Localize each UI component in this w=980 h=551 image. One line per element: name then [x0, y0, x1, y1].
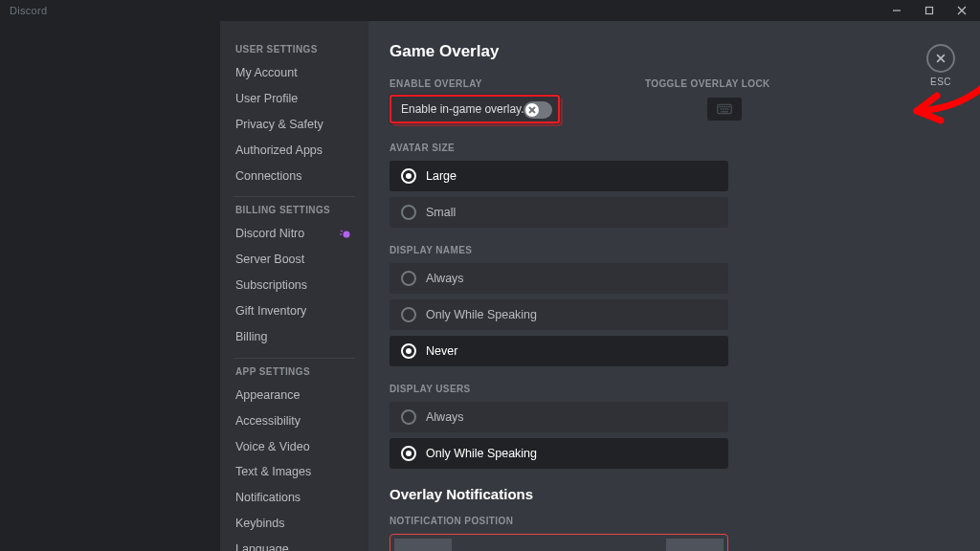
sidebar-item-text-images[interactable]: Text & Images	[230, 459, 359, 485]
toggle-knob	[525, 103, 539, 117]
sidebar-item-label: Notifications	[235, 490, 301, 506]
sidebar-item-my-account[interactable]: My Account	[230, 60, 359, 86]
svg-point-4	[344, 231, 350, 237]
display-users-option[interactable]: Only While Speaking	[390, 438, 728, 469]
notification-position-label: NOTIFICATION POSITION	[390, 516, 959, 526]
sidebar-item-privacy-safety[interactable]: Privacy & Safety	[230, 112, 359, 138]
sidebar-item-accessibility[interactable]: Accessibility	[230, 408, 359, 434]
window-controls	[884, 2, 974, 19]
radio-option-label: Always	[426, 410, 464, 424]
avatar-size-option[interactable]: Large	[390, 161, 728, 191]
sidebar-item-label: Discord Nitro	[235, 226, 304, 242]
display-users-label: DISPLAY USERS	[390, 384, 959, 394]
sidebar-item-label: Connections	[235, 168, 302, 185]
avatar-size-group: LargeSmall	[390, 161, 728, 228]
radio-option-label: Small	[426, 206, 456, 219]
radio-icon	[401, 271, 416, 286]
close-settings-button[interactable]	[926, 44, 955, 73]
radio-icon	[401, 446, 416, 461]
sidebar-group-header: BILLING SETTINGS	[235, 205, 353, 215]
radio-option-label: Only While Speaking	[426, 308, 537, 321]
enable-overlay-label: Enable in-game overlay.	[401, 102, 524, 116]
sidebar-item-label: Text & Images	[235, 464, 311, 480]
nitro-icon	[340, 228, 353, 241]
overlay-lock-keybind[interactable]	[707, 98, 742, 121]
overlay-row-headers: ENABLE OVERLAY TOGGLE OVERLAY LOCK	[390, 78, 959, 89]
sidebar-item-notifications[interactable]: Notifications	[230, 485, 359, 511]
radio-icon	[401, 409, 416, 425]
sidebar-item-keybinds[interactable]: Keybinds	[230, 511, 359, 537]
svg-point-11	[720, 106, 721, 107]
radio-icon	[401, 205, 416, 220]
app-name: Discord	[6, 5, 47, 16]
radio-option-label: Large	[426, 169, 457, 183]
sidebar-item-gift-inventory[interactable]: Gift Inventory	[230, 298, 359, 324]
sidebar-item-server-boost[interactable]: Server Boost	[230, 247, 359, 273]
sidebar-item-authorized-apps[interactable]: Authorized Apps	[230, 138, 359, 164]
display-users-group: AlwaysOnly While Speaking	[390, 402, 728, 469]
notification-position-picker[interactable]	[390, 534, 728, 551]
svg-point-15	[728, 106, 729, 107]
enable-overlay-box: Enable in-game overlay.	[390, 95, 560, 123]
maximize-button[interactable]	[917, 2, 942, 19]
settings-sections: AVATAR SIZELargeSmallDISPLAY NAMESAlways…	[390, 143, 959, 469]
sidebar-item-connections[interactable]: Connections	[230, 164, 359, 189]
titlebar: Discord	[0, 0, 980, 21]
display-names-label: DISPLAY NAMES	[390, 245, 959, 255]
sidebar-item-language[interactable]: Language	[230, 537, 359, 551]
sidebar-item-label: Privacy & Safety	[235, 117, 323, 133]
display-users-option[interactable]: Always	[390, 402, 728, 432]
sidebar-separator	[234, 196, 355, 197]
display-names-group: AlwaysOnly While SpeakingNever	[390, 263, 728, 366]
sidebar-item-discord-nitro[interactable]: Discord Nitro	[230, 221, 359, 247]
avatar-size-option[interactable]: Small	[390, 197, 728, 228]
svg-rect-9	[718, 104, 731, 114]
esc-label: ESC	[930, 77, 951, 87]
enable-overlay-toggle[interactable]	[523, 101, 552, 119]
display-names-option[interactable]: Never	[390, 336, 728, 366]
sidebar-group-header: APP SETTINGS	[235, 366, 353, 377]
sidebar-item-voice-video[interactable]: Voice & Video	[230, 434, 359, 460]
sidebar-item-label: Voice & Video	[235, 439, 310, 455]
svg-point-16	[721, 108, 722, 109]
sidebar-separator	[234, 358, 355, 359]
sidebar-item-label: Appearance	[235, 387, 300, 404]
position-top-right[interactable]	[666, 539, 724, 551]
sidebar-item-label: Server Boost	[235, 252, 304, 268]
sidebar-item-appearance[interactable]: Appearance	[230, 383, 359, 408]
sidebar-item-label: My Account	[235, 65, 298, 81]
sidebar-item-label: Gift Inventory	[235, 303, 306, 320]
sidebar-item-label: Accessibility	[235, 413, 301, 430]
radio-icon	[401, 307, 416, 322]
sidebar-item-label: Language	[235, 541, 289, 551]
sidebar-item-label: Billing	[235, 329, 267, 345]
sidebar-item-user-profile[interactable]: User Profile	[230, 86, 359, 112]
svg-point-13	[724, 106, 724, 107]
esc-container: ESC	[926, 44, 955, 87]
overlay-notifications-title: Overlay Notifications	[390, 486, 959, 502]
svg-point-12	[722, 106, 723, 107]
radio-option-label: Always	[426, 272, 464, 285]
radio-option-label: Never	[426, 344, 457, 358]
minimize-button[interactable]	[884, 2, 909, 19]
display-names-option[interactable]: Always	[390, 263, 728, 294]
settings-content: ESC Game Overlay ENABLE OVERLAY TOGGLE O…	[368, 21, 980, 551]
close-button[interactable]	[949, 2, 974, 19]
radio-icon	[401, 168, 416, 184]
enable-overlay-header: ENABLE OVERLAY	[390, 78, 482, 89]
sidebar-item-label: Subscriptions	[235, 277, 307, 294]
sidebar-item-label: Keybinds	[235, 516, 284, 532]
avatar-size-label: AVATAR SIZE	[390, 143, 959, 153]
left-gutter	[0, 21, 220, 551]
sidebar-item-label: Authorized Apps	[235, 143, 323, 159]
radio-option-label: Only While Speaking	[426, 447, 537, 460]
page-title: Game Overlay	[390, 42, 959, 61]
display-names-option[interactable]: Only While Speaking	[390, 299, 728, 330]
sidebar-item-label: User Profile	[235, 91, 298, 107]
sidebar-item-billing[interactable]: Billing	[230, 324, 359, 350]
svg-point-18	[725, 108, 726, 109]
sidebar-item-subscriptions[interactable]: Subscriptions	[230, 273, 359, 298]
svg-point-17	[723, 108, 724, 109]
position-top-left[interactable]	[394, 539, 452, 551]
settings-sidebar: USER SETTINGSMy AccountUser ProfilePriva…	[220, 21, 368, 551]
